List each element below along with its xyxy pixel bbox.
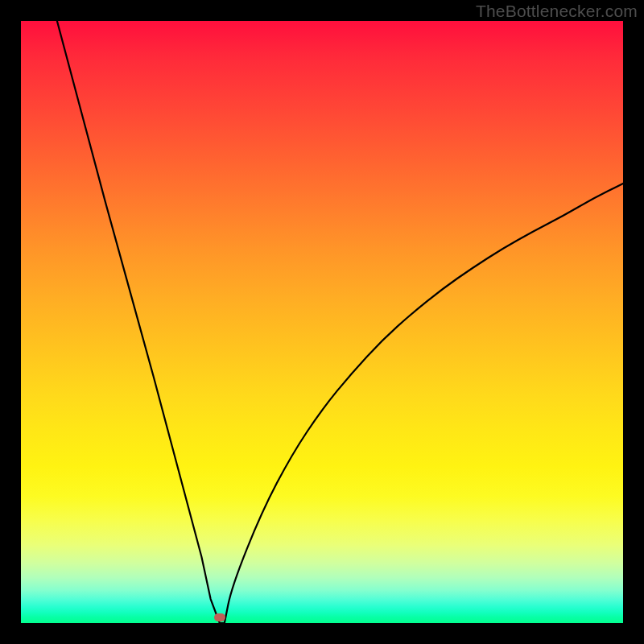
- optimum-marker: [214, 613, 225, 621]
- plot-area: [21, 21, 623, 623]
- watermark-label: TheBottlenecker.com: [476, 2, 638, 21]
- bottleneck-curve: [21, 21, 623, 623]
- chart-frame: TheBottlenecker.com: [0, 0, 644, 644]
